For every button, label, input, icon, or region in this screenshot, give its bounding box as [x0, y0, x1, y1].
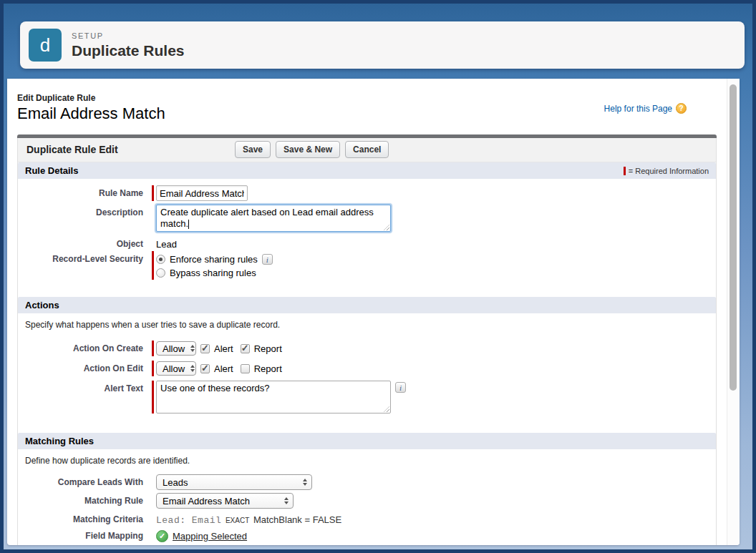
- rule-name-input[interactable]: [156, 185, 248, 201]
- duplicate-rule-edit-box: Duplicate Rule Edit Save Save & New Canc…: [17, 134, 717, 545]
- compare-leads-with-select[interactable]: Leads: [156, 474, 312, 490]
- action-on-create-value: Allow: [163, 343, 185, 354]
- rule-name-label: Rule Name: [26, 185, 143, 198]
- help-question-icon[interactable]: ?: [676, 103, 687, 114]
- edit-alert-checkbox[interactable]: [200, 364, 210, 373]
- action-on-edit-label: Action On Edit: [26, 361, 143, 373]
- bypass-sharing-rules-option: Bypass sharing rules: [156, 266, 273, 280]
- info-icon[interactable]: i: [262, 254, 273, 265]
- required-bar-icon: [152, 381, 154, 413]
- alert-text-field: Use one of these records? i: [156, 381, 406, 413]
- matching-rules-description: Define how duplicate records are identif…: [25, 456, 716, 466]
- description-row: Description Create duplicate alert based…: [26, 205, 716, 232]
- alert-text-label: Alert Text: [26, 381, 143, 393]
- matching-criteria-row: Matching Criteria Lead: Email EXACT Matc…: [26, 512, 716, 526]
- select-arrows-icon: [278, 497, 289, 504]
- panel-content: Edit Duplicate Rule Email Address Match …: [7, 79, 727, 545]
- field-mapping-row: Field Mapping ✓ Mapping Selected: [26, 528, 716, 545]
- description-label: Description: [26, 205, 143, 217]
- matching-rules-title: Matching Rules: [25, 436, 94, 446]
- matching-rule-row: Matching Rule Email Address Match: [26, 493, 716, 509]
- description-text: Create duplicate alert based on Lead ema…: [160, 207, 374, 229]
- required-legend: = Required Information: [624, 167, 709, 175]
- compare-leads-with-label: Compare Leads With: [26, 474, 143, 487]
- actions-title: Actions: [25, 300, 59, 310]
- object-row: Object Lead: [26, 236, 716, 250]
- create-alert-label: Alert: [214, 343, 233, 354]
- vertical-scrollbar-thumb[interactable]: [730, 84, 737, 391]
- description-textarea[interactable]: Create duplicate alert based on Lead ema…: [156, 205, 391, 232]
- object-value: Lead: [156, 236, 177, 250]
- cancel-button[interactable]: Cancel: [345, 141, 389, 158]
- help-link-label: Help for this Page: [604, 104, 672, 114]
- page-eyebrow: Edit Duplicate Rule: [17, 93, 717, 103]
- required-legend-label: = Required Information: [629, 167, 709, 175]
- required-bar-icon: [624, 167, 626, 175]
- field-mapping-label: Field Mapping: [26, 528, 143, 541]
- action-on-create-row: Action On Create Allow Alert Report: [26, 341, 716, 356]
- required-bar-icon: [152, 361, 154, 376]
- action-on-edit-field: Allow Alert Report: [156, 361, 285, 376]
- action-on-create-field: Allow Alert Report: [156, 341, 285, 356]
- matching-rule-label: Matching Rule: [26, 493, 143, 506]
- alert-text-row: Alert Text Use one of these records? i: [26, 381, 716, 413]
- alert-text-value: Use one of these records?: [160, 383, 269, 393]
- field-mapping-field: ✓ Mapping Selected: [156, 528, 247, 544]
- rule-details-title: Rule Details: [25, 165, 78, 176]
- mapping-selected-link[interactable]: Mapping Selected: [173, 531, 247, 542]
- duplicate-rules-app-icon: d: [29, 29, 62, 62]
- select-arrows-icon: [185, 365, 195, 372]
- select-arrows-icon: [185, 345, 195, 352]
- record-level-security-options: Enforce sharing rules i Bypass sharing r…: [156, 251, 273, 280]
- select-arrows-icon: [297, 479, 307, 486]
- criteria-rest: MatchBlank = FALSE: [253, 514, 341, 525]
- rule-name-row: Rule Name: [26, 185, 716, 201]
- action-on-edit-select[interactable]: Allow: [156, 361, 196, 376]
- action-on-create-label: Action On Create: [26, 341, 143, 353]
- edit-report-checkbox[interactable]: [241, 364, 250, 373]
- required-bar-icon: [152, 185, 154, 201]
- toolbar-buttons: Save Save & New Cancel: [235, 141, 389, 158]
- section-bar-matching-rules: Matching Rules: [18, 433, 716, 449]
- description-field: Create duplicate alert based on Lead ema…: [156, 205, 391, 232]
- compare-leads-with-value: Leads: [163, 477, 188, 488]
- info-icon[interactable]: i: [395, 382, 406, 393]
- section-bar-rule-details: Rule Details = Required Information: [18, 162, 716, 179]
- record-level-security-label: Record-Level Security: [26, 251, 143, 264]
- criteria-code: Lead: Email: [156, 515, 221, 526]
- page-head: Edit Duplicate Rule Email Address Match …: [17, 93, 717, 123]
- vertical-scrollbar-track[interactable]: [727, 79, 740, 545]
- required-bar-icon: [152, 251, 154, 280]
- create-alert-checkbox[interactable]: [200, 344, 210, 353]
- action-on-edit-row: Action On Edit Allow Alert Report: [26, 361, 716, 376]
- record-level-security-row: Record-Level Security Enforce sharing ru…: [26, 251, 716, 280]
- text-cursor: [188, 220, 189, 229]
- matching-rule-select[interactable]: Email Address Match: [156, 493, 294, 509]
- bypass-sharing-rules-radio[interactable]: [156, 268, 165, 278]
- save-button[interactable]: Save: [235, 141, 271, 158]
- matching-rule-field: Email Address Match: [156, 493, 294, 509]
- alert-text-textarea[interactable]: Use one of these records?: [156, 381, 391, 413]
- matching-criteria-label: Matching Criteria: [26, 512, 143, 524]
- matching-rule-value: Email Address Match: [163, 496, 250, 506]
- box-header: Duplicate Rule Edit Save Save & New Canc…: [18, 138, 716, 162]
- criteria-operator: EXACT: [226, 517, 249, 524]
- save-and-new-button[interactable]: Save & New: [276, 141, 340, 158]
- help-link[interactable]: Help for this Page ?: [604, 103, 687, 114]
- setup-eyebrow: SETUP: [72, 31, 185, 40]
- edit-report-label: Report: [254, 363, 282, 374]
- compare-leads-with-row: Compare Leads With Leads: [26, 474, 716, 490]
- box-title: Duplicate Rule Edit: [26, 144, 118, 155]
- setup-header-text: SETUP Duplicate Rules: [72, 31, 185, 59]
- enforce-sharing-rules-radio[interactable]: [156, 255, 165, 264]
- main-panel: Edit Duplicate Rule Email Address Match …: [7, 79, 740, 545]
- section-bar-actions: Actions: [18, 297, 716, 313]
- enforce-sharing-rules-label: Enforce sharing rules: [170, 254, 258, 265]
- create-report-checkbox[interactable]: [241, 344, 250, 353]
- setup-header-card: d SETUP Duplicate Rules: [20, 21, 745, 69]
- green-check-icon: ✓: [156, 530, 168, 542]
- bypass-sharing-rules-label: Bypass sharing rules: [170, 268, 256, 278]
- create-report-label: Report: [254, 343, 282, 354]
- action-on-create-select[interactable]: Allow: [156, 341, 196, 356]
- matching-criteria-value: Lead: Email EXACT MatchBlank = FALSE: [156, 512, 341, 526]
